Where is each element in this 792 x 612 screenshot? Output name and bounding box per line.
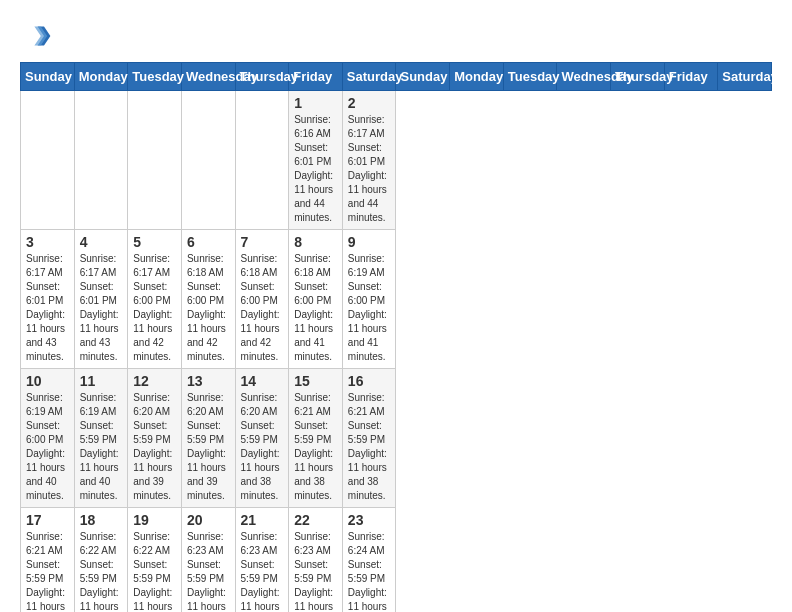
header-monday: Monday <box>74 63 128 91</box>
calendar-cell: 13Sunrise: 6:20 AM Sunset: 5:59 PM Dayli… <box>181 369 235 508</box>
calendar-cell: 19Sunrise: 6:22 AM Sunset: 5:59 PM Dayli… <box>128 508 182 613</box>
day-info: Sunrise: 6:17 AM Sunset: 6:00 PM Dayligh… <box>133 252 176 364</box>
calendar-cell <box>181 91 235 230</box>
day-info: Sunrise: 6:17 AM Sunset: 6:01 PM Dayligh… <box>348 113 391 225</box>
calendar-week-2: 3Sunrise: 6:17 AM Sunset: 6:01 PM Daylig… <box>21 230 772 369</box>
day-info: Sunrise: 6:18 AM Sunset: 6:00 PM Dayligh… <box>294 252 337 364</box>
day-number: 20 <box>187 512 230 528</box>
calendar-week-1: 1Sunrise: 6:16 AM Sunset: 6:01 PM Daylig… <box>21 91 772 230</box>
header-wednesday: Wednesday <box>557 63 611 91</box>
day-number: 4 <box>80 234 123 250</box>
day-info: Sunrise: 6:18 AM Sunset: 6:00 PM Dayligh… <box>187 252 230 364</box>
calendar-cell <box>74 91 128 230</box>
calendar-cell: 16Sunrise: 6:21 AM Sunset: 5:59 PM Dayli… <box>342 369 396 508</box>
day-number: 11 <box>80 373 123 389</box>
day-info: Sunrise: 6:22 AM Sunset: 5:59 PM Dayligh… <box>80 530 123 612</box>
calendar-cell: 20Sunrise: 6:23 AM Sunset: 5:59 PM Dayli… <box>181 508 235 613</box>
header-friday: Friday <box>664 63 718 91</box>
day-info: Sunrise: 6:17 AM Sunset: 6:01 PM Dayligh… <box>26 252 69 364</box>
calendar-cell: 14Sunrise: 6:20 AM Sunset: 5:59 PM Dayli… <box>235 369 289 508</box>
day-number: 9 <box>348 234 391 250</box>
calendar-cell: 23Sunrise: 6:24 AM Sunset: 5:59 PM Dayli… <box>342 508 396 613</box>
day-number: 5 <box>133 234 176 250</box>
header-tuesday: Tuesday <box>503 63 557 91</box>
logo-icon <box>20 20 52 52</box>
day-number: 21 <box>241 512 284 528</box>
calendar-week-4: 17Sunrise: 6:21 AM Sunset: 5:59 PM Dayli… <box>21 508 772 613</box>
day-info: Sunrise: 6:21 AM Sunset: 5:59 PM Dayligh… <box>26 530 69 612</box>
day-info: Sunrise: 6:24 AM Sunset: 5:59 PM Dayligh… <box>348 530 391 612</box>
calendar-cell: 1Sunrise: 6:16 AM Sunset: 6:01 PM Daylig… <box>289 91 343 230</box>
calendar-cell: 7Sunrise: 6:18 AM Sunset: 6:00 PM Daylig… <box>235 230 289 369</box>
calendar-cell: 5Sunrise: 6:17 AM Sunset: 6:00 PM Daylig… <box>128 230 182 369</box>
day-number: 8 <box>294 234 337 250</box>
day-info: Sunrise: 6:23 AM Sunset: 5:59 PM Dayligh… <box>187 530 230 612</box>
calendar-cell: 6Sunrise: 6:18 AM Sunset: 6:00 PM Daylig… <box>181 230 235 369</box>
day-info: Sunrise: 6:19 AM Sunset: 6:00 PM Dayligh… <box>348 252 391 364</box>
calendar-cell: 9Sunrise: 6:19 AM Sunset: 6:00 PM Daylig… <box>342 230 396 369</box>
day-number: 15 <box>294 373 337 389</box>
day-info: Sunrise: 6:16 AM Sunset: 6:01 PM Dayligh… <box>294 113 337 225</box>
day-number: 19 <box>133 512 176 528</box>
header-friday: Friday <box>289 63 343 91</box>
day-info: Sunrise: 6:21 AM Sunset: 5:59 PM Dayligh… <box>294 391 337 503</box>
calendar-week-3: 10Sunrise: 6:19 AM Sunset: 6:00 PM Dayli… <box>21 369 772 508</box>
calendar-cell: 3Sunrise: 6:17 AM Sunset: 6:01 PM Daylig… <box>21 230 75 369</box>
day-info: Sunrise: 6:20 AM Sunset: 5:59 PM Dayligh… <box>133 391 176 503</box>
logo <box>20 20 56 52</box>
header-sunday: Sunday <box>396 63 450 91</box>
page-header <box>20 20 772 52</box>
day-number: 23 <box>348 512 391 528</box>
day-number: 2 <box>348 95 391 111</box>
calendar-cell: 21Sunrise: 6:23 AM Sunset: 5:59 PM Dayli… <box>235 508 289 613</box>
calendar-cell: 12Sunrise: 6:20 AM Sunset: 5:59 PM Dayli… <box>128 369 182 508</box>
header-wednesday: Wednesday <box>181 63 235 91</box>
calendar-header-row: SundayMondayTuesdayWednesdayThursdayFrid… <box>21 63 772 91</box>
day-info: Sunrise: 6:23 AM Sunset: 5:59 PM Dayligh… <box>241 530 284 612</box>
day-info: Sunrise: 6:19 AM Sunset: 5:59 PM Dayligh… <box>80 391 123 503</box>
day-number: 22 <box>294 512 337 528</box>
calendar-cell: 10Sunrise: 6:19 AM Sunset: 6:00 PM Dayli… <box>21 369 75 508</box>
calendar-cell: 18Sunrise: 6:22 AM Sunset: 5:59 PM Dayli… <box>74 508 128 613</box>
day-number: 18 <box>80 512 123 528</box>
day-number: 12 <box>133 373 176 389</box>
calendar-cell <box>128 91 182 230</box>
day-info: Sunrise: 6:22 AM Sunset: 5:59 PM Dayligh… <box>133 530 176 612</box>
calendar-cell: 4Sunrise: 6:17 AM Sunset: 6:01 PM Daylig… <box>74 230 128 369</box>
day-number: 17 <box>26 512 69 528</box>
header-saturday: Saturday <box>342 63 396 91</box>
calendar-cell: 8Sunrise: 6:18 AM Sunset: 6:00 PM Daylig… <box>289 230 343 369</box>
calendar-cell: 2Sunrise: 6:17 AM Sunset: 6:01 PM Daylig… <box>342 91 396 230</box>
calendar-cell: 17Sunrise: 6:21 AM Sunset: 5:59 PM Dayli… <box>21 508 75 613</box>
calendar-cell: 15Sunrise: 6:21 AM Sunset: 5:59 PM Dayli… <box>289 369 343 508</box>
header-sunday: Sunday <box>21 63 75 91</box>
day-number: 10 <box>26 373 69 389</box>
calendar-cell: 11Sunrise: 6:19 AM Sunset: 5:59 PM Dayli… <box>74 369 128 508</box>
day-info: Sunrise: 6:23 AM Sunset: 5:59 PM Dayligh… <box>294 530 337 612</box>
day-number: 1 <box>294 95 337 111</box>
header-thursday: Thursday <box>235 63 289 91</box>
day-number: 7 <box>241 234 284 250</box>
day-info: Sunrise: 6:20 AM Sunset: 5:59 PM Dayligh… <box>241 391 284 503</box>
day-info: Sunrise: 6:21 AM Sunset: 5:59 PM Dayligh… <box>348 391 391 503</box>
calendar-cell <box>235 91 289 230</box>
day-info: Sunrise: 6:18 AM Sunset: 6:00 PM Dayligh… <box>241 252 284 364</box>
day-number: 3 <box>26 234 69 250</box>
calendar-cell <box>21 91 75 230</box>
header-saturday: Saturday <box>718 63 772 91</box>
day-number: 6 <box>187 234 230 250</box>
day-info: Sunrise: 6:20 AM Sunset: 5:59 PM Dayligh… <box>187 391 230 503</box>
calendar-cell: 22Sunrise: 6:23 AM Sunset: 5:59 PM Dayli… <box>289 508 343 613</box>
day-number: 16 <box>348 373 391 389</box>
day-info: Sunrise: 6:19 AM Sunset: 6:00 PM Dayligh… <box>26 391 69 503</box>
day-info: Sunrise: 6:17 AM Sunset: 6:01 PM Dayligh… <box>80 252 123 364</box>
header-thursday: Thursday <box>611 63 665 91</box>
header-monday: Monday <box>450 63 504 91</box>
day-number: 14 <box>241 373 284 389</box>
calendar-table: SundayMondayTuesdayWednesdayThursdayFrid… <box>20 62 772 612</box>
header-tuesday: Tuesday <box>128 63 182 91</box>
day-number: 13 <box>187 373 230 389</box>
